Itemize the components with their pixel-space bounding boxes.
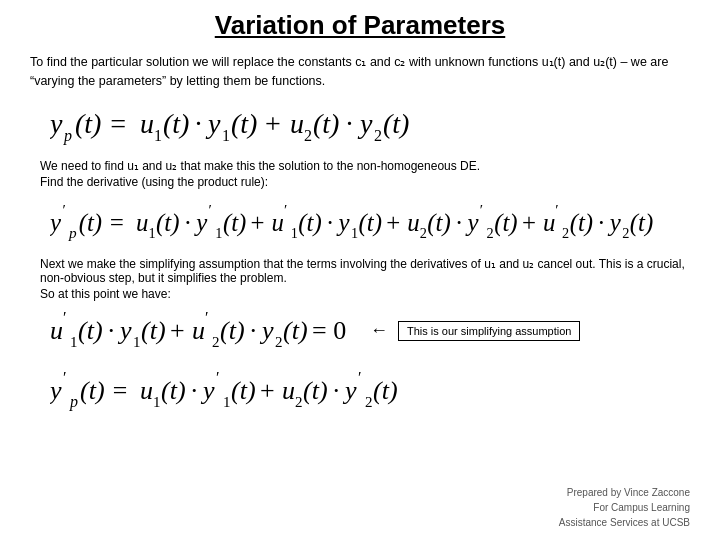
footer-line1: Prepared by Vince Zaccone (559, 485, 690, 500)
svg-text:′: ′ (205, 309, 209, 326)
svg-text:1: 1 (351, 225, 358, 241)
svg-text:u: u (407, 208, 419, 235)
svg-text:(t): (t) (313, 108, 339, 139)
svg-text:(t): (t) (223, 208, 246, 236)
svg-text:+: + (260, 376, 275, 405)
svg-text:u: u (282, 376, 295, 405)
svg-text:(t): (t) (78, 316, 103, 345)
svg-text:(t) =: (t) = (79, 208, 125, 236)
svg-text:(t): (t) (570, 208, 593, 236)
assumption-label: This is our simplifying assumption (398, 321, 580, 341)
note4: So at this point we have: (30, 287, 690, 301)
svg-text:′: ′ (358, 369, 362, 386)
arrow-icon: ← (370, 320, 388, 341)
svg-text:y: y (342, 376, 357, 405)
svg-text:·: · (195, 108, 202, 139)
svg-text:(t): (t) (141, 316, 166, 345)
formula-1: y p (t) = u 1 (t) · y 1 (t) + u 2 (t) · … (30, 99, 690, 151)
svg-text:p: p (68, 224, 77, 241)
svg-text:2: 2 (562, 225, 569, 241)
svg-text:1: 1 (148, 225, 155, 241)
svg-text:y: y (50, 108, 63, 139)
svg-text:(t): (t) (220, 316, 245, 345)
note2: Find the derivative (using the product r… (30, 175, 690, 189)
svg-text:u: u (192, 316, 205, 345)
svg-text:= 0: = 0 (312, 316, 346, 345)
svg-text:+: + (265, 108, 281, 139)
svg-text:u: u (272, 208, 284, 235)
svg-text:′: ′ (480, 201, 483, 218)
formula-2: y ′ p (t) = u 1 (t) · y ′ 1 (t) + u ′ 1 … (30, 197, 690, 249)
svg-text:+: + (522, 208, 536, 235)
svg-text:p: p (69, 393, 78, 411)
svg-text:·: · (598, 208, 604, 235)
svg-text:·: · (346, 108, 353, 139)
svg-text:+: + (386, 208, 400, 235)
svg-text:(t): (t) (303, 376, 328, 405)
svg-text:(t): (t) (494, 208, 517, 236)
svg-text:2: 2 (374, 127, 382, 144)
svg-text:(t): (t) (156, 208, 179, 236)
svg-text:2: 2 (212, 334, 220, 350)
svg-text:y: y (464, 208, 479, 235)
svg-text:(t): (t) (383, 108, 409, 139)
svg-text:·: · (327, 208, 333, 235)
svg-text:y: y (50, 376, 62, 405)
svg-text:′: ′ (216, 369, 220, 386)
svg-text:y: y (193, 208, 208, 235)
svg-text:2: 2 (365, 394, 373, 410)
page-title: Variation of Parameters (30, 10, 690, 41)
svg-text:y: y (607, 208, 622, 235)
svg-text:′: ′ (63, 369, 67, 386)
footer-line3: Assistance Services at UCSB (559, 515, 690, 530)
svg-text:′: ′ (62, 201, 65, 218)
svg-text:u: u (290, 108, 304, 139)
svg-text:1: 1 (153, 394, 161, 410)
note3: Next we make the simplifying assumption … (30, 257, 690, 285)
svg-text:(t): (t) (231, 376, 256, 405)
svg-text:(t): (t) (373, 376, 398, 405)
svg-text:′: ′ (284, 201, 287, 218)
svg-text:u: u (543, 208, 555, 235)
svg-text:(t): (t) (163, 108, 189, 139)
svg-text:y: y (357, 108, 373, 139)
svg-text:2: 2 (304, 127, 312, 144)
svg-text:p: p (63, 127, 72, 145)
svg-text:1: 1 (291, 225, 298, 241)
svg-text:+: + (251, 208, 265, 235)
svg-text:y: y (200, 376, 215, 405)
svg-text:1: 1 (70, 334, 78, 350)
svg-text:1: 1 (222, 127, 230, 144)
formula-3-row: u ′ 1 (t) · y 1 (t) + u ′ 2 (t) · y 2 (t… (50, 305, 690, 357)
svg-text:1: 1 (215, 225, 222, 241)
svg-text:(t): (t) (283, 316, 308, 345)
svg-text:2: 2 (487, 225, 494, 241)
svg-text:′: ′ (209, 201, 212, 218)
svg-text:·: · (456, 208, 462, 235)
intro-paragraph: To find the particular solution we will … (30, 53, 690, 91)
svg-text:2: 2 (295, 394, 303, 410)
svg-text:′: ′ (63, 309, 67, 326)
svg-text:2: 2 (622, 225, 629, 241)
svg-text:·: · (333, 376, 340, 405)
svg-text:y: y (117, 316, 132, 345)
svg-text:+: + (170, 316, 185, 345)
note1: We need to find u₁ and u₂ that make this… (30, 159, 690, 173)
svg-text:(t) =: (t) = (75, 108, 127, 139)
svg-text:(t): (t) (630, 208, 653, 236)
svg-text:y: y (335, 208, 350, 235)
svg-text:·: · (250, 316, 257, 345)
svg-text:(t): (t) (231, 108, 257, 139)
svg-text:(t) =: (t) = (80, 376, 129, 405)
svg-text:1: 1 (154, 127, 162, 144)
svg-text:(t): (t) (359, 208, 382, 236)
formula-4: y ′ p (t) = u 1 (t) · y ′ 1 (t) + u 2 (t… (30, 365, 690, 417)
svg-text:y: y (50, 208, 62, 235)
svg-text:y: y (259, 316, 274, 345)
svg-text:(t): (t) (298, 208, 321, 236)
svg-text:·: · (108, 316, 115, 345)
svg-text:2: 2 (420, 225, 427, 241)
svg-text:·: · (185, 208, 191, 235)
svg-text:u: u (140, 108, 154, 139)
footer: Prepared by Vince Zaccone For Campus Lea… (559, 485, 690, 530)
